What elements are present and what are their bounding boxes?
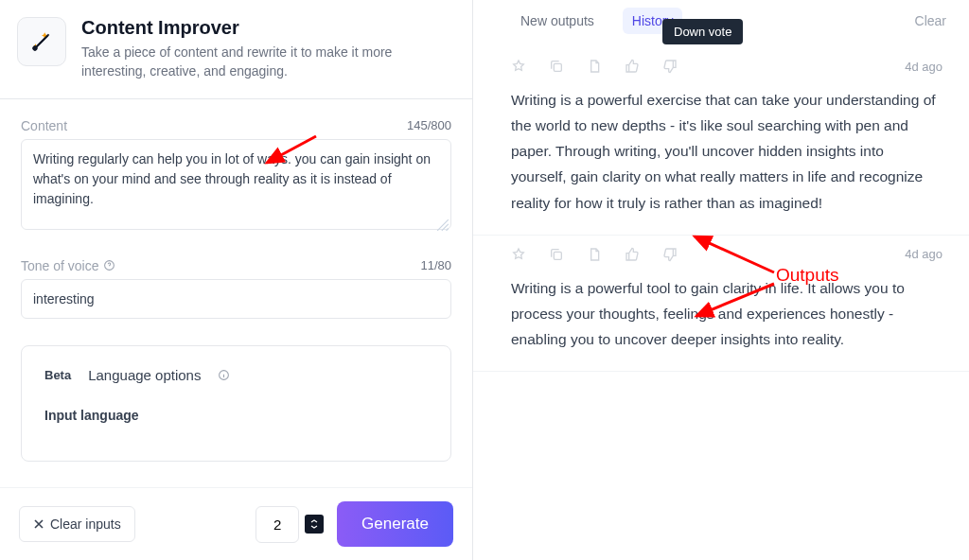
info-icon[interactable] xyxy=(218,369,230,381)
copy-icon[interactable] xyxy=(549,59,564,74)
svg-rect-4 xyxy=(554,252,561,259)
stepper-icon[interactable] xyxy=(305,515,324,534)
document-icon[interactable] xyxy=(587,247,602,262)
header: Content Improver Take a piece of content… xyxy=(0,0,472,99)
thumbs-down-icon[interactable] xyxy=(662,247,678,262)
output-text: Writing is a powerful exercise that can … xyxy=(511,87,943,216)
output-count-stepper[interactable] xyxy=(255,506,324,543)
language-options-box: Beta Language options Input language xyxy=(21,345,451,462)
output-time: 4d ago xyxy=(905,60,943,74)
tone-count: 11/80 xyxy=(420,258,451,272)
help-icon[interactable] xyxy=(103,259,115,271)
thumbs-up-icon[interactable] xyxy=(625,59,640,74)
bottom-bar: Clear inputs Generate xyxy=(0,487,472,560)
downvote-tooltip: Down vote xyxy=(662,19,743,44)
input-language-label: Input language xyxy=(44,408,428,423)
copy-icon[interactable] xyxy=(549,247,564,262)
thumbs-up-icon[interactable] xyxy=(625,247,640,262)
clear-outputs-link[interactable]: Clear xyxy=(915,13,946,28)
content-textarea[interactable] xyxy=(21,139,451,230)
output-count-input[interactable] xyxy=(255,506,299,543)
tone-label: Tone of voice xyxy=(21,258,99,273)
clear-inputs-button[interactable]: Clear inputs xyxy=(19,506,135,542)
page-title: Content Improver xyxy=(81,17,449,39)
star-icon[interactable] xyxy=(511,247,526,262)
output-text: Writing is a powerful tool to gain clari… xyxy=(511,275,943,352)
outputs-list: 4d ago Writing is a powerful exercise th… xyxy=(473,34,969,560)
output-item[interactable]: 4d ago Writing is a powerful exercise th… xyxy=(473,47,969,236)
output-time: 4d ago xyxy=(905,247,943,261)
output-item[interactable]: 4d ago Writing is a powerful tool to gai… xyxy=(473,236,969,372)
content-label: Content xyxy=(21,118,67,133)
document-icon[interactable] xyxy=(587,59,602,74)
svg-rect-3 xyxy=(554,63,561,71)
beta-badge: Beta xyxy=(44,368,71,382)
tab-new-outputs[interactable]: New outputs xyxy=(511,8,604,34)
thumbs-down-icon[interactable] xyxy=(662,59,678,74)
magic-wand-icon xyxy=(17,17,66,66)
language-options-title: Language options xyxy=(88,367,201,383)
left-panel: Content Improver Take a piece of content… xyxy=(0,0,473,560)
content-count: 145/800 xyxy=(407,118,451,132)
right-panel: New outputs History Clear Down vote 4d a… xyxy=(473,0,969,560)
tone-input[interactable] xyxy=(21,279,451,319)
generate-button[interactable]: Generate xyxy=(337,501,453,547)
page-subtitle: Take a piece of content and rewrite it t… xyxy=(81,43,449,81)
star-icon[interactable] xyxy=(511,59,526,74)
close-icon xyxy=(33,518,44,530)
